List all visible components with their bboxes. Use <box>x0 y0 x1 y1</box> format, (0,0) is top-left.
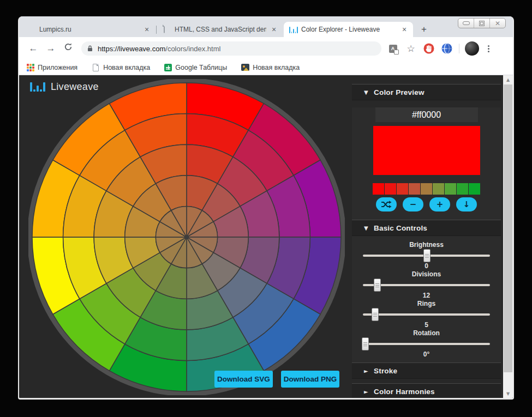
google-sheets-icon <box>164 64 172 71</box>
address-bar[interactable]: https://liveweave.com/colors/index.html <box>81 41 381 56</box>
translate-icon: A <box>389 45 397 53</box>
scrollbar-thumb[interactable] <box>504 84 512 372</box>
rotation-slider-track[interactable] <box>363 343 490 345</box>
increase-button[interactable]: + <box>429 197 450 211</box>
apps-grid-icon <box>27 64 34 71</box>
minus-icon: − <box>410 201 417 209</box>
bookmark-apps[interactable]: Приложения <box>27 64 77 71</box>
reload-icon <box>64 43 73 51</box>
bookmark-new-tab-1[interactable]: Новая вкладка <box>92 63 150 72</box>
new-tab-button[interactable]: + <box>417 23 431 35</box>
scroll-down-button[interactable]: ▼ <box>503 389 513 398</box>
lock-icon <box>87 45 93 52</box>
liveweave-favicon-icon <box>289 25 298 34</box>
chevron-down-icon: ▼ <box>364 89 370 95</box>
document-favicon-icon <box>163 25 171 34</box>
tab-color-explorer[interactable]: Color Explorer - Liveweave × <box>284 22 413 37</box>
tab-strip: Lumpics.ru × HTML, CSS and JavaScript de… <box>19 16 513 37</box>
panel-title: Color Preview <box>374 88 425 96</box>
url-text: https://liveweave.com/colors/index.html <box>98 45 220 53</box>
palette-swatch[interactable] <box>469 183 480 195</box>
globe-extension-button[interactable] <box>440 42 453 55</box>
screen: Lumpics.ru × HTML, CSS and JavaScript de… <box>0 0 532 417</box>
palette-swatch[interactable] <box>397 183 408 195</box>
browser-menu-button[interactable] <box>483 42 493 55</box>
maximize-button[interactable] <box>474 19 489 28</box>
adblock-extension-button[interactable] <box>422 42 435 55</box>
url-host: https://liveweave.com <box>98 45 165 53</box>
minimize-button[interactable] <box>458 19 474 28</box>
star-icon: ☆ <box>407 43 415 55</box>
plus-icon: + <box>437 201 444 209</box>
shuffle-icon <box>381 201 392 208</box>
close-window-button[interactable]: ✕ <box>489 19 505 28</box>
close-tab-icon[interactable]: × <box>400 25 409 34</box>
section-basic-controls: ▼ Basic Controls Brightness 0 Divisions <box>352 220 501 362</box>
palette-swatch[interactable] <box>457 183 468 195</box>
palette-swatch[interactable] <box>385 183 396 195</box>
chevron-right-icon: ► <box>364 389 370 395</box>
color-wheel[interactable] <box>28 79 345 395</box>
chevron-right-icon: ► <box>364 368 370 374</box>
download-svg-button[interactable]: Download SVG <box>214 371 273 388</box>
color-preview-body: − + ↓ <box>352 107 501 220</box>
bookmark-label: Новая вкладка <box>103 64 150 71</box>
rings-slider-row: Rings 5 <box>352 300 501 329</box>
window-controls: ✕ <box>458 18 506 28</box>
forward-button[interactable]: → <box>44 41 58 56</box>
down-arrow-icon: ↓ <box>463 201 470 209</box>
browser-window: Lumpics.ru × HTML, CSS and JavaScript de… <box>18 16 514 400</box>
slider-label: Divisions <box>352 270 501 279</box>
slider-label: Rotation <box>352 329 501 337</box>
palette-swatch[interactable] <box>445 183 456 195</box>
panel-title: Basic Controls <box>374 224 427 232</box>
reload-button[interactable] <box>61 41 75 56</box>
profile-avatar[interactable] <box>465 41 479 56</box>
scroll-up-button[interactable]: ▲ <box>503 75 513 84</box>
close-tab-icon[interactable]: × <box>270 25 278 34</box>
bookmark-new-tab-2[interactable]: Новая вкладка <box>241 64 300 71</box>
rings-slider-handle[interactable] <box>372 308 379 321</box>
palette-row <box>373 183 481 195</box>
palette-swatch[interactable] <box>433 183 444 195</box>
chevron-down-icon: ▼ <box>364 225 370 231</box>
stop-hand-icon <box>423 43 434 54</box>
color-preview-header[interactable]: ▼ Color Preview <box>352 84 501 100</box>
back-button[interactable]: ← <box>26 41 40 56</box>
color-harmonies-header[interactable]: ► Color Harmonies <box>352 383 501 398</box>
basic-controls-header[interactable]: ▼ Basic Controls <box>352 220 501 236</box>
slider-value: 12 <box>352 292 501 300</box>
download-png-button[interactable]: Download PNG <box>281 371 339 388</box>
tab-html-demo[interactable]: HTML, CSS and JavaScript demo × <box>157 22 283 37</box>
tab-title: Color Explorer - Liveweave <box>301 26 397 33</box>
lumpics-favicon-icon <box>27 25 36 34</box>
download-color-button[interactable]: ↓ <box>456 197 477 211</box>
rings-slider-track[interactable] <box>363 313 490 316</box>
palette-swatch[interactable] <box>421 183 432 195</box>
close-tab-icon[interactable]: × <box>142 25 151 34</box>
bookmark-star-button[interactable]: ☆ <box>404 42 417 55</box>
palette-swatch[interactable] <box>373 183 384 195</box>
rotation-slider-handle[interactable] <box>362 337 369 350</box>
decrease-button[interactable]: − <box>403 197 423 211</box>
divisions-slider-handle[interactable] <box>374 279 381 292</box>
url-path: /colors/index.html <box>165 45 220 53</box>
slider-label: Rings <box>352 300 501 308</box>
palette-swatch[interactable] <box>409 183 420 195</box>
translate-button[interactable]: A <box>386 42 399 55</box>
brightness-slider-handle[interactable] <box>423 249 431 262</box>
hex-color-input[interactable] <box>375 107 478 122</box>
minimize-icon <box>463 21 470 25</box>
bookmarks-bar: Приложения Новая вкладка Google Таблицы … <box>19 60 513 75</box>
section-stroke: ► Stroke <box>352 362 501 379</box>
divisions-slider-track[interactable] <box>363 284 490 286</box>
tab-lumpics[interactable]: Lumpics.ru × <box>22 22 156 37</box>
shuffle-button[interactable] <box>376 197 397 211</box>
bookmark-label: Google Таблицы <box>175 64 227 71</box>
stroke-header[interactable]: ► Stroke <box>352 362 501 379</box>
section-color-harmonies: ► Color Harmonies <box>352 383 501 398</box>
document-icon <box>93 64 99 71</box>
page-scrollbar: ▲ ▼ <box>503 75 513 398</box>
bookmark-google-sheets[interactable]: Google Таблицы <box>164 64 227 71</box>
tab-title: HTML, CSS and JavaScript demo <box>175 26 266 33</box>
